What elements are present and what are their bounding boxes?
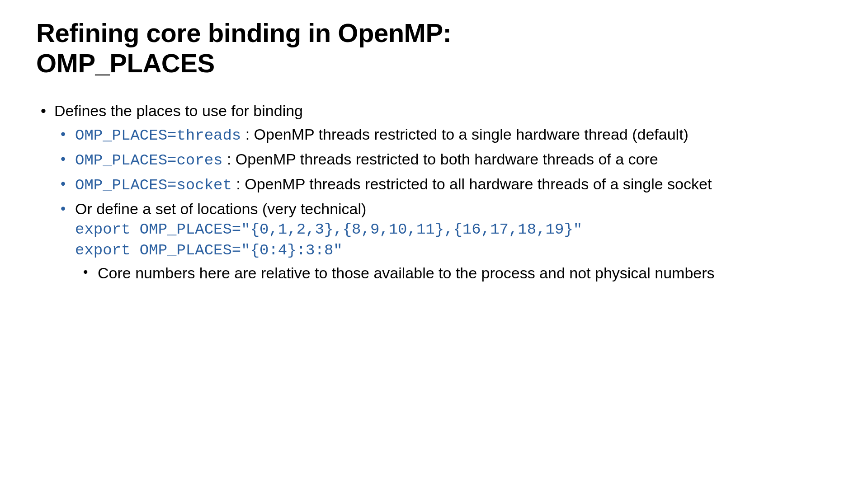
code-export-explicit: export OMP_PLACES="{0,1,2,3},{8,9,10,11}… <box>75 220 832 240</box>
text-cores-desc: : OpenMP threads restricted to both hard… <box>222 150 658 168</box>
code-omp-cores: OMP_PLACES=cores <box>75 152 222 169</box>
bullet-list-level1: Defines the places to use for binding OM… <box>36 101 832 283</box>
code-omp-socket: OMP_PLACES=socket <box>75 177 232 194</box>
bullet-custom-locations: Or define a set of locations (very techn… <box>54 199 832 284</box>
code-export-range: export OMP_PLACES="{0:4}:3:8" <box>75 240 832 261</box>
bullet-core-numbers-note: Core numbers here are relative to those … <box>75 263 832 284</box>
bullet-main: Defines the places to use for binding OM… <box>36 101 832 283</box>
slide-title: Refining core binding in OpenMP: OMP_PLA… <box>36 18 832 78</box>
text-custom-locations: Or define a set of locations (very techn… <box>75 200 366 217</box>
text-socket-desc: : OpenMP threads restricted to all hardw… <box>232 175 712 192</box>
bullet-threads: OMP_PLACES=threads : OpenMP threads rest… <box>54 124 832 146</box>
title-line-1: Refining core binding in OpenMP: <box>36 18 451 47</box>
bullet-main-text: Defines the places to use for binding <box>54 102 303 119</box>
code-omp-threads: OMP_PLACES=threads <box>75 127 241 144</box>
title-line-2: OMP_PLACES <box>36 48 215 78</box>
text-core-numbers-note: Core numbers here are relative to those … <box>98 264 715 282</box>
bullet-cores: OMP_PLACES=cores : OpenMP threads restri… <box>54 149 832 171</box>
slide-content: Defines the places to use for binding OM… <box>36 101 832 283</box>
bullet-socket: OMP_PLACES=socket : OpenMP threads restr… <box>54 174 832 196</box>
text-threads-desc: : OpenMP threads restricted to a single … <box>241 126 689 143</box>
bullet-list-level2: OMP_PLACES=threads : OpenMP threads rest… <box>54 124 832 283</box>
bullet-list-level3: Core numbers here are relative to those … <box>75 263 832 284</box>
